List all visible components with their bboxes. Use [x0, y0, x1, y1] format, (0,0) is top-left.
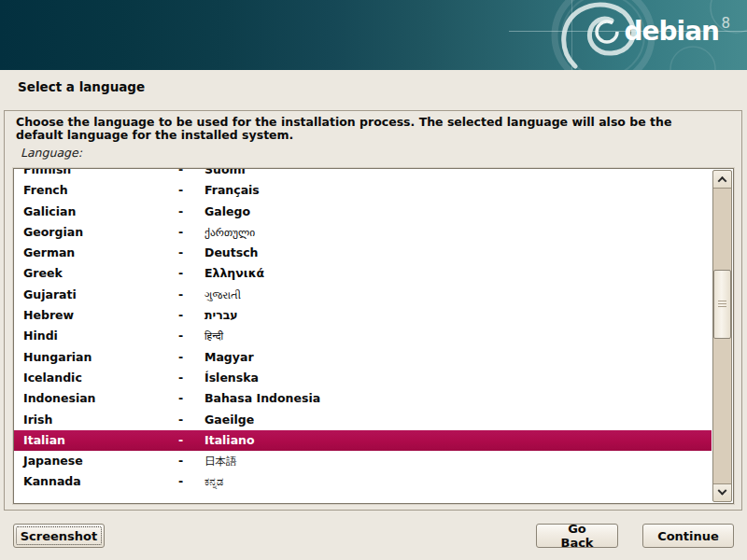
language-separator: - — [178, 202, 204, 222]
continue-button[interactable]: Continue — [642, 524, 734, 548]
language-native-name: ಕನ್ನಡ — [204, 471, 712, 492]
language-english-name: Hindi — [23, 326, 178, 346]
language-english-name: Hungarian — [23, 347, 178, 368]
language-english-name: Kannada — [23, 471, 178, 492]
scrollbar-thumb[interactable] — [713, 270, 731, 339]
language-native-name: Gaeilge — [204, 410, 712, 430]
language-separator: - — [178, 180, 204, 201]
page-title: Select a language — [18, 79, 145, 94]
language-list-rows: Finnish-SuomiFrench-FrançaisGalician-Gal… — [14, 169, 712, 493]
language-separator: - — [178, 347, 204, 368]
language-native-name: Suomi — [204, 169, 712, 180]
language-english-name: Gujarati — [23, 285, 178, 305]
language-native-name: Bahasa Indonesia — [204, 388, 712, 409]
language-row[interactable]: Gujarati-ગુજરાતી — [14, 285, 712, 305]
language-native-name: ქართული — [204, 222, 712, 243]
language-row[interactable]: French-Français — [14, 180, 712, 201]
language-english-name: Icelandic — [23, 368, 178, 388]
language-separator: - — [178, 305, 204, 326]
language-separator: - — [178, 451, 204, 471]
scrollbar-up-button[interactable] — [713, 171, 731, 189]
language-native-name: עברית — [204, 305, 712, 326]
language-english-name: Finnish — [23, 169, 178, 180]
language-english-name: Japanese — [23, 451, 178, 471]
language-english-name: Indonesian — [23, 388, 178, 409]
language-row[interactable]: Greek-Ελληνικά — [14, 263, 712, 284]
language-native-name: Galego — [204, 202, 712, 222]
go-back-button[interactable]: Go Back — [536, 524, 618, 548]
language-english-name: Italian — [23, 430, 178, 451]
language-separator: - — [178, 285, 204, 305]
language-separator: - — [178, 263, 204, 284]
description-line-2: default language for the installed syste… — [16, 129, 733, 142]
language-row[interactable]: Hebrew-עברית — [14, 305, 712, 326]
language-native-name: Ελληνικά — [204, 263, 712, 284]
language-row[interactable]: Georgian-ქართული — [14, 222, 712, 243]
language-english-name: Irish — [23, 410, 178, 430]
screenshot-button-label: Screenshot — [21, 529, 98, 543]
description-text: Choose the language to be used for the i… — [16, 116, 733, 142]
language-native-name: Íslenska — [204, 368, 712, 388]
language-separator: - — [178, 169, 204, 180]
language-native-name: ગુજરાતી — [204, 285, 712, 305]
language-english-name: Galician — [23, 202, 178, 222]
scrollbar-down-button[interactable] — [713, 483, 731, 501]
language-separator: - — [178, 222, 204, 243]
language-native-name: Magyar — [204, 347, 712, 368]
screenshot-button[interactable]: Screenshot — [13, 524, 105, 548]
language-english-name: German — [23, 243, 178, 263]
description-line-1: Choose the language to be used for the i… — [16, 116, 733, 129]
language-separator: - — [178, 368, 204, 388]
chevron-down-icon — [718, 485, 727, 495]
language-native-name: Français — [204, 180, 712, 201]
language-english-name: Georgian — [23, 222, 178, 243]
language-row[interactable]: Hungarian-Magyar — [14, 347, 712, 368]
language-list-viewport: Finnish-SuomiFrench-FrançaisGalician-Gal… — [14, 169, 712, 503]
language-row[interactable]: Kannada-ಕನ್ನಡ — [14, 471, 712, 492]
language-separator: - — [178, 243, 204, 263]
language-listbox: Finnish-SuomiFrench-FrançaisGalician-Gal… — [13, 168, 734, 504]
content-frame: Choose the language to be used for the i… — [4, 110, 742, 511]
debian-logo: debian 8 — [613, 0, 734, 70]
language-row[interactable]: Finnish-Suomi — [14, 169, 712, 180]
language-row[interactable]: Galician-Galego — [14, 202, 712, 222]
language-separator: - — [178, 388, 204, 409]
language-separator: - — [178, 430, 204, 451]
continue-button-label: Continue — [657, 529, 719, 543]
language-row[interactable]: Icelandic-Íslenska — [14, 368, 712, 388]
language-english-name: French — [23, 180, 178, 201]
go-back-button-label: Go Back — [550, 522, 604, 550]
language-english-name: Greek — [23, 263, 178, 284]
language-row[interactable]: Irish-Gaeilge — [14, 410, 712, 430]
brand-name: debian — [624, 16, 719, 47]
language-separator: - — [178, 326, 204, 346]
vertical-scrollbar[interactable] — [712, 170, 732, 502]
language-native-name: 日本語 — [204, 451, 712, 471]
language-row[interactable]: Japanese-日本語 — [14, 451, 712, 471]
brand-version: 8 — [721, 15, 730, 32]
language-separator: - — [178, 410, 204, 430]
language-row[interactable]: Hindi-हिन्दी — [14, 326, 712, 346]
language-english-name: Hebrew — [23, 305, 178, 326]
language-row[interactable]: Italian-Italiano — [14, 430, 712, 451]
language-native-name: हिन्दी — [204, 326, 712, 346]
language-row[interactable]: Indonesian-Bahasa Indonesia — [14, 388, 712, 409]
chevron-up-icon — [718, 175, 727, 185]
language-native-name: Deutsch — [204, 243, 712, 263]
banner: debian 8 — [0, 0, 747, 70]
language-row[interactable]: German-Deutsch — [14, 243, 712, 263]
language-label: Language: — [21, 146, 82, 160]
scrollbar-grip — [718, 301, 726, 309]
language-native-name: Italiano — [204, 430, 712, 451]
language-separator: - — [178, 471, 204, 492]
